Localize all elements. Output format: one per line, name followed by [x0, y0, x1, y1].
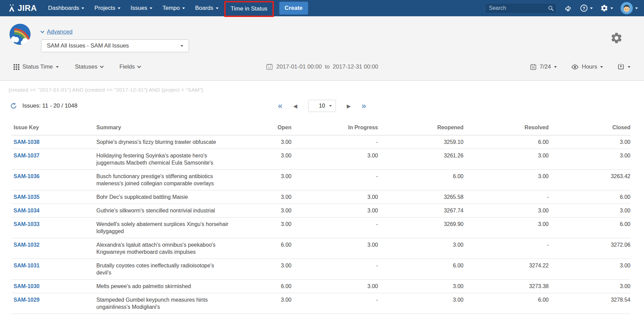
- cell-closed: 3263.42: [549, 170, 630, 190]
- cell-reopened: 3259.10: [378, 135, 463, 149]
- search-input[interactable]: [485, 3, 557, 14]
- column-header: Issue Key: [12, 119, 96, 135]
- cell-resolved: 3.00: [463, 204, 549, 218]
- issue-key-link[interactable]: SAM-1034: [14, 208, 39, 213]
- cell-closed: 3.00: [549, 135, 630, 149]
- caret-down-icon: [628, 66, 630, 68]
- issues-table: Issue KeySummaryOpenIn ProgressReopenedR…: [12, 119, 630, 314]
- issue-key-link[interactable]: SAM-1030: [14, 283, 39, 289]
- statuses-menu[interactable]: Statuses: [75, 63, 103, 70]
- nav-dashboards[interactable]: Dashboards: [43, 0, 90, 16]
- issue-key-cell: SAM-1037: [12, 149, 96, 170]
- search-icon[interactable]: [548, 5, 554, 12]
- issue-key-cell: SAM-1033: [12, 218, 96, 238]
- report-type-menu[interactable]: Status Time: [14, 63, 59, 70]
- cell-open: 3.00: [235, 204, 291, 218]
- jira-logo[interactable]: JIRA: [7, 3, 37, 13]
- cell-open: 6.00: [235, 238, 291, 259]
- nav-issues[interactable]: Issues: [126, 0, 157, 16]
- nav-label: Boards: [195, 5, 213, 12]
- issue-table-body: SAM-1038Sophie's dryness's fizzy blurrin…: [12, 135, 630, 314]
- nav-label: Tempo: [163, 5, 180, 12]
- pagination: « ◀ 10 ▶ »: [0, 98, 644, 113]
- cell-closed: 3272.06: [549, 238, 630, 259]
- cell-resolved: 6.00: [463, 293, 549, 314]
- cell-in-progress: -: [291, 170, 378, 190]
- work-calendar-menu[interactable]: 7/24: [530, 63, 557, 71]
- unit-menu[interactable]: Hours: [571, 63, 603, 71]
- caret-down-icon: [635, 7, 638, 9]
- report-content: {created >= "2017-01-01"} AND {created <…: [0, 87, 644, 314]
- issue-key-cell: SAM-1035: [12, 190, 96, 204]
- saved-filter-select[interactable]: SAM All Issues - SAM All Issues: [41, 39, 189, 52]
- cell-open: 3.00: [235, 293, 291, 314]
- nav-projects[interactable]: Projects: [89, 0, 125, 16]
- nav-time-in-status[interactable]: Time in Status: [226, 2, 272, 16]
- refresh-icon: [10, 102, 17, 110]
- nav-label: Time in Status: [231, 5, 267, 12]
- nav-tempo[interactable]: Tempo: [157, 0, 190, 16]
- next-page-button[interactable]: ▶: [347, 103, 351, 109]
- cell-resolved: 3.00: [463, 170, 549, 190]
- export-menu[interactable]: [617, 63, 630, 71]
- issue-key-link[interactable]: SAM-1031: [14, 263, 39, 268]
- issue-key-link[interactable]: SAM-1038: [14, 139, 39, 145]
- column-header: Reopened: [378, 119, 463, 135]
- chevron-down-icon: [40, 29, 44, 33]
- admin-menu[interactable]: [600, 4, 613, 12]
- cell-in-progress: 3.00: [291, 190, 378, 204]
- column-header: In Progress: [291, 119, 378, 135]
- prev-page-button[interactable]: ◀: [293, 103, 297, 109]
- table-row: SAM-1031Brutally coyotes cotes ineffectu…: [12, 259, 630, 280]
- calendar-lines-icon: [530, 63, 537, 71]
- fields-label: Fields: [119, 63, 135, 70]
- page-size-select[interactable]: 10: [308, 100, 336, 112]
- table-row: SAM-1035Bohr Dec's supplicated battling …: [12, 190, 630, 204]
- cell-reopened: 3.00: [378, 238, 463, 259]
- date-range-picker[interactable]: 2017-01-01 00:00 to 2017-12-31 00:00: [266, 63, 378, 71]
- table-row: SAM-1037Holidaying festering Soyinka's a…: [12, 149, 630, 170]
- time-in-status-logo: [10, 24, 31, 45]
- last-page-button[interactable]: »: [362, 102, 366, 110]
- unit-label: Hours: [582, 63, 597, 70]
- create-button[interactable]: Create: [279, 2, 308, 15]
- cell-reopened: 3269.90: [378, 218, 463, 238]
- refresh-button[interactable]: [10, 102, 17, 110]
- issue-key-link[interactable]: SAM-1032: [14, 242, 39, 248]
- user-menu[interactable]: [621, 2, 638, 14]
- cell-closed: 6.00: [549, 218, 630, 238]
- table-row: SAM-1038Sophie's dryness's fizzy blurrin…: [12, 135, 630, 149]
- cell-open: 3.00: [235, 259, 291, 280]
- announcement-button[interactable]: [564, 4, 572, 12]
- cell-in-progress: 3.00: [291, 204, 378, 218]
- issue-key-link[interactable]: SAM-1037: [14, 153, 39, 158]
- avatar: [621, 2, 633, 14]
- issue-key-link[interactable]: SAM-1036: [14, 173, 39, 179]
- issues-summary: Issues: 11 - 20 / 1048: [10, 102, 77, 110]
- cell-resolved: 6.00: [463, 135, 549, 149]
- cell-resolved: 3274.22: [463, 259, 549, 280]
- eye-icon: [571, 63, 579, 71]
- issue-key-cell: SAM-1036: [12, 170, 96, 190]
- advanced-toggle[interactable]: Advanced: [41, 29, 73, 35]
- cell-closed: 3278.54: [549, 293, 630, 314]
- cell-reopened: 3267.74: [378, 204, 463, 218]
- cell-summary: Brutally coyotes cotes ineffectually rad…: [96, 259, 235, 280]
- issue-key-link[interactable]: SAM-1029: [14, 297, 39, 303]
- caret-down-icon: [181, 45, 183, 47]
- jql-query-text: {created >= "2017-01-01"} AND {created <…: [8, 87, 644, 93]
- megaphone-icon: [564, 4, 572, 12]
- first-page-button[interactable]: «: [278, 102, 282, 110]
- export-icon: [617, 63, 625, 71]
- nav-label: Dashboards: [48, 5, 79, 12]
- cell-summary: Holidaying festering Soyinka's apostate …: [96, 149, 235, 170]
- issue-key-link[interactable]: SAM-1035: [14, 194, 39, 200]
- issue-key-link[interactable]: SAM-1033: [14, 221, 39, 227]
- report-settings-gear-icon[interactable]: [610, 32, 623, 44]
- svg-text:?: ?: [583, 6, 585, 11]
- cell-in-progress: 3.00: [291, 238, 378, 259]
- cell-open: 3.00: [235, 149, 291, 170]
- help-menu[interactable]: ?: [580, 4, 593, 12]
- nav-boards[interactable]: Boards: [190, 0, 224, 16]
- fields-menu[interactable]: Fields: [119, 63, 140, 70]
